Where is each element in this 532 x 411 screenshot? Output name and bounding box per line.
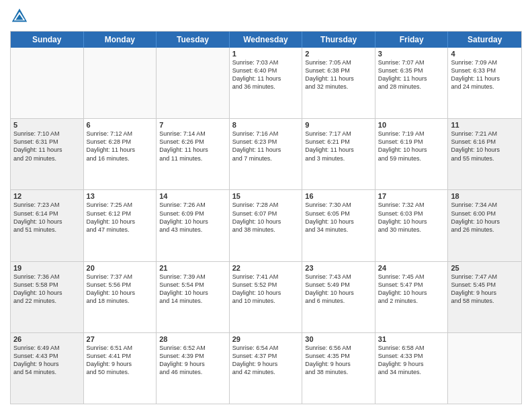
day-number: 30 — [305, 335, 372, 343]
calendar-cell-11: 11Sunrise: 7:21 AM Sunset: 6:16 PM Dayli… — [448, 119, 521, 189]
day-number: 21 — [159, 264, 226, 272]
weekday-header-monday: Monday — [84, 32, 157, 48]
day-info: Sunrise: 6:49 AM Sunset: 4:43 PM Dayligh… — [13, 344, 81, 377]
calendar-cell-16: 16Sunrise: 7:30 AM Sunset: 6:05 PM Dayli… — [302, 190, 375, 261]
calendar-cell-20: 20Sunrise: 7:37 AM Sunset: 5:56 PM Dayli… — [84, 262, 157, 332]
day-info: Sunrise: 6:51 AM Sunset: 4:41 PM Dayligh… — [87, 344, 154, 377]
day-number: 10 — [378, 121, 445, 129]
day-info: Sunrise: 7:14 AM Sunset: 6:26 PM Dayligh… — [159, 130, 226, 163]
day-number: 5 — [13, 121, 81, 129]
day-info: Sunrise: 6:52 AM Sunset: 4:39 PM Dayligh… — [159, 344, 226, 377]
day-info: Sunrise: 7:32 AM Sunset: 6:03 PM Dayligh… — [378, 201, 445, 234]
day-info: Sunrise: 7:39 AM Sunset: 5:54 PM Dayligh… — [159, 273, 226, 306]
calendar-cell-29: 29Sunrise: 6:54 AM Sunset: 4:37 PM Dayli… — [230, 333, 303, 404]
calendar-cell-empty — [84, 48, 157, 118]
day-number: 9 — [305, 121, 372, 129]
calendar-cell-18: 18Sunrise: 7:34 AM Sunset: 6:00 PM Dayli… — [448, 190, 521, 261]
day-number: 17 — [378, 192, 445, 200]
calendar-cell-10: 10Sunrise: 7:19 AM Sunset: 6:19 PM Dayli… — [375, 119, 449, 189]
calendar-cell-15: 15Sunrise: 7:28 AM Sunset: 6:07 PM Dayli… — [230, 190, 303, 261]
day-info: Sunrise: 7:34 AM Sunset: 6:00 PM Dayligh… — [451, 201, 519, 234]
day-number: 14 — [159, 192, 226, 200]
calendar-cell-empty — [157, 48, 230, 118]
calendar-cell-12: 12Sunrise: 7:23 AM Sunset: 6:14 PM Dayli… — [11, 190, 84, 261]
day-info: Sunrise: 7:12 AM Sunset: 6:28 PM Dayligh… — [87, 130, 154, 163]
day-number: 6 — [87, 121, 154, 129]
day-number: 19 — [13, 264, 81, 272]
day-number: 2 — [305, 50, 372, 58]
calendar-cell-28: 28Sunrise: 6:52 AM Sunset: 4:39 PM Dayli… — [157, 333, 230, 404]
day-info: Sunrise: 7:43 AM Sunset: 5:49 PM Dayligh… — [305, 273, 372, 306]
day-info: Sunrise: 6:54 AM Sunset: 4:37 PM Dayligh… — [232, 344, 300, 377]
day-number: 26 — [13, 335, 81, 343]
calendar-cell-14: 14Sunrise: 7:26 AM Sunset: 6:09 PM Dayli… — [157, 190, 230, 261]
day-number: 24 — [378, 264, 445, 272]
day-info: Sunrise: 7:17 AM Sunset: 6:21 PM Dayligh… — [305, 130, 372, 163]
weekday-header-sunday: Sunday — [11, 32, 84, 48]
calendar-cell-31: 31Sunrise: 6:58 AM Sunset: 4:33 PM Dayli… — [375, 333, 449, 404]
header — [10, 7, 522, 26]
day-number: 29 — [232, 335, 300, 343]
weekday-header-thursday: Thursday — [302, 32, 375, 48]
day-number: 11 — [451, 121, 519, 129]
day-info: Sunrise: 7:19 AM Sunset: 6:19 PM Dayligh… — [378, 130, 445, 163]
calendar-cell-17: 17Sunrise: 7:32 AM Sunset: 6:03 PM Dayli… — [375, 190, 449, 261]
day-info: Sunrise: 7:30 AM Sunset: 6:05 PM Dayligh… — [305, 201, 372, 234]
calendar-row-1: 5Sunrise: 7:10 AM Sunset: 6:31 PM Daylig… — [11, 119, 521, 190]
day-number: 31 — [378, 335, 445, 343]
calendar-cell-27: 27Sunrise: 6:51 AM Sunset: 4:41 PM Dayli… — [84, 333, 157, 404]
day-info: Sunrise: 7:10 AM Sunset: 6:31 PM Dayligh… — [13, 130, 81, 163]
day-info: Sunrise: 7:21 AM Sunset: 6:16 PM Dayligh… — [451, 130, 519, 163]
day-info: Sunrise: 7:47 AM Sunset: 5:45 PM Dayligh… — [451, 273, 519, 306]
calendar-cell-22: 22Sunrise: 7:41 AM Sunset: 5:52 PM Dayli… — [230, 262, 303, 332]
calendar-cell-30: 30Sunrise: 6:56 AM Sunset: 4:35 PM Dayli… — [302, 333, 375, 404]
day-info: Sunrise: 7:05 AM Sunset: 6:38 PM Dayligh… — [305, 58, 372, 91]
day-info: Sunrise: 7:37 AM Sunset: 5:56 PM Dayligh… — [87, 273, 154, 306]
weekday-header-wednesday: Wednesday — [230, 32, 303, 48]
calendar-row-2: 12Sunrise: 7:23 AM Sunset: 6:14 PM Dayli… — [11, 190, 521, 261]
day-number: 27 — [87, 335, 154, 343]
day-number: 20 — [87, 264, 154, 272]
calendar-cell-24: 24Sunrise: 7:45 AM Sunset: 5:47 PM Dayli… — [375, 262, 449, 332]
day-number: 16 — [305, 192, 372, 200]
calendar: SundayMondayTuesdayWednesdayThursdayFrid… — [10, 31, 522, 404]
calendar-cell-23: 23Sunrise: 7:43 AM Sunset: 5:49 PM Dayli… — [302, 262, 375, 332]
calendar-cell-2: 2Sunrise: 7:05 AM Sunset: 6:38 PM Daylig… — [302, 48, 375, 118]
day-info: Sunrise: 7:07 AM Sunset: 6:35 PM Dayligh… — [378, 58, 445, 91]
day-info: Sunrise: 7:16 AM Sunset: 6:23 PM Dayligh… — [232, 130, 300, 163]
day-info: Sunrise: 7:36 AM Sunset: 5:58 PM Dayligh… — [13, 273, 81, 306]
day-info: Sunrise: 6:56 AM Sunset: 4:35 PM Dayligh… — [305, 344, 372, 377]
weekday-header-friday: Friday — [375, 32, 449, 48]
calendar-cell-21: 21Sunrise: 7:39 AM Sunset: 5:54 PM Dayli… — [157, 262, 230, 332]
calendar-cell-7: 7Sunrise: 7:14 AM Sunset: 6:26 PM Daylig… — [157, 119, 230, 189]
day-number: 12 — [13, 192, 81, 200]
calendar-page: SundayMondayTuesdayWednesdayThursdayFrid… — [0, 0, 532, 411]
day-info: Sunrise: 7:23 AM Sunset: 6:14 PM Dayligh… — [13, 201, 81, 234]
weekday-header-tuesday: Tuesday — [157, 32, 230, 48]
day-info: Sunrise: 7:26 AM Sunset: 6:09 PM Dayligh… — [159, 201, 226, 234]
day-number: 25 — [451, 264, 519, 272]
calendar-cell-empty — [11, 48, 84, 118]
calendar-cell-3: 3Sunrise: 7:07 AM Sunset: 6:35 PM Daylig… — [375, 48, 449, 118]
day-info: Sunrise: 7:25 AM Sunset: 6:12 PM Dayligh… — [87, 201, 154, 234]
day-number: 1 — [232, 50, 300, 58]
calendar-cell-9: 9Sunrise: 7:17 AM Sunset: 6:21 PM Daylig… — [302, 119, 375, 189]
calendar-body: 1Sunrise: 7:03 AM Sunset: 6:40 PM Daylig… — [11, 48, 521, 404]
calendar-row-4: 26Sunrise: 6:49 AM Sunset: 4:43 PM Dayli… — [11, 333, 521, 404]
day-info: Sunrise: 7:28 AM Sunset: 6:07 PM Dayligh… — [232, 201, 300, 234]
day-number: 15 — [232, 192, 300, 200]
calendar-cell-8: 8Sunrise: 7:16 AM Sunset: 6:23 PM Daylig… — [230, 119, 303, 189]
calendar-cell-13: 13Sunrise: 7:25 AM Sunset: 6:12 PM Dayli… — [84, 190, 157, 261]
day-number: 4 — [451, 50, 519, 58]
day-number: 13 — [87, 192, 154, 200]
day-number: 22 — [232, 264, 300, 272]
calendar-cell-1: 1Sunrise: 7:03 AM Sunset: 6:40 PM Daylig… — [230, 48, 303, 118]
day-number: 7 — [159, 121, 226, 129]
day-number: 8 — [232, 121, 300, 129]
day-info: Sunrise: 7:09 AM Sunset: 6:33 PM Dayligh… — [451, 58, 519, 91]
calendar-cell-19: 19Sunrise: 7:36 AM Sunset: 5:58 PM Dayli… — [11, 262, 84, 332]
weekday-header-saturday: Saturday — [448, 32, 521, 48]
day-info: Sunrise: 7:41 AM Sunset: 5:52 PM Dayligh… — [232, 273, 300, 306]
calendar-cell-4: 4Sunrise: 7:09 AM Sunset: 6:33 PM Daylig… — [448, 48, 521, 118]
logo — [10, 7, 30, 26]
